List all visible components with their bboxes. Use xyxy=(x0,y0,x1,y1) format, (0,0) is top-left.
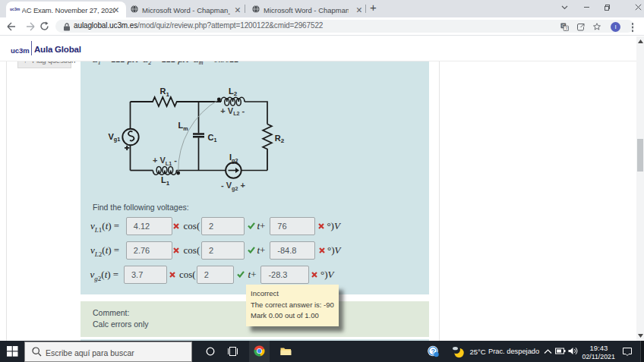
svg-text:文: 文 xyxy=(565,26,569,30)
svg-text:R2: R2 xyxy=(275,133,285,144)
svg-text:C1: C1 xyxy=(208,132,217,143)
svg-text:Lm: Lm xyxy=(178,121,188,132)
svg-text:- Vg2 +: - Vg2 + xyxy=(221,181,245,192)
svg-text:+ VL2 -: + VL2 - xyxy=(220,105,245,117)
svg-text:+ VL1 -: + VL1 - xyxy=(153,156,177,167)
svg-text:L1: L1 xyxy=(161,175,170,187)
svg-text:R1: R1 xyxy=(160,87,170,98)
svg-text:Ig2: Ig2 xyxy=(229,153,238,164)
svg-text:L2: L2 xyxy=(229,86,238,97)
svg-text:Vg1: Vg1 xyxy=(109,131,121,143)
